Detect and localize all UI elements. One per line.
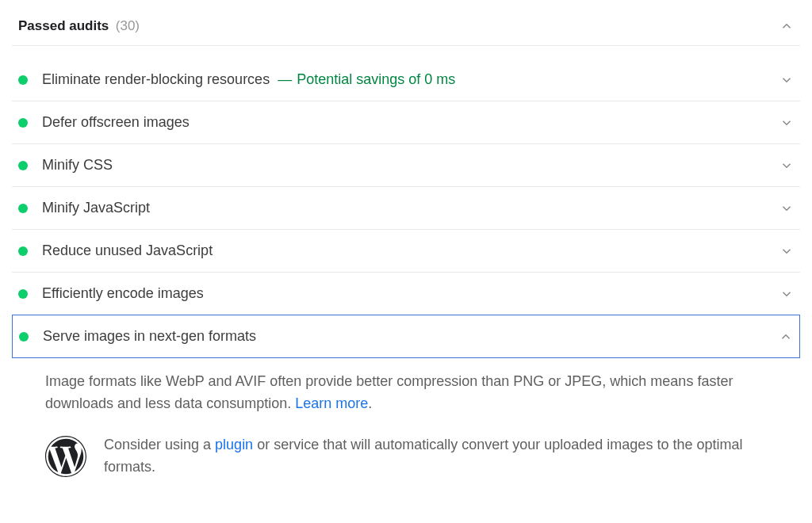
pass-bullet-icon [18, 118, 28, 128]
passed-audits-header[interactable]: Passed audits (30) [12, 12, 800, 46]
pass-bullet-icon [18, 161, 28, 170]
wordpress-recommendation: Consider using a plugin or service that … [12, 434, 800, 479]
audit-savings: Potential savings of 0 ms [297, 71, 455, 88]
pass-bullet-icon [18, 75, 28, 85]
audit-row-eliminate-render-blocking[interactable]: Eliminate render-blocking resources — Po… [12, 59, 800, 101]
pass-bullet-icon [18, 246, 28, 256]
plugin-link[interactable]: plugin [215, 437, 253, 452]
rec-text-before: Consider using a [104, 437, 215, 452]
detail-text-after: . [368, 395, 372, 411]
recommendation-text: Consider using a plugin or service that … [104, 434, 794, 479]
audit-label: Reduce unused JavaScript [42, 242, 779, 259]
audit-row-reduce-unused-js[interactable]: Reduce unused JavaScript [12, 230, 800, 273]
section-count: (30) [116, 18, 140, 33]
audit-row-next-gen-formats[interactable]: Serve images in next-gen formats [12, 315, 800, 358]
learn-more-link[interactable]: Learn more [295, 395, 368, 411]
audit-detail: Image formats like WebP and AVIF often p… [12, 358, 800, 415]
audit-label-wrap: Eliminate render-blocking resources — Po… [42, 71, 779, 88]
audit-row-minify-css[interactable]: Minify CSS [12, 144, 800, 187]
pass-bullet-icon [18, 204, 28, 213]
audit-description: Image formats like WebP and AVIF often p… [45, 371, 794, 415]
audit-label: Efficiently encode images [42, 285, 779, 302]
chevron-down-icon [779, 201, 794, 216]
chevron-up-icon [779, 330, 793, 344]
detail-text-before: Image formats like WebP and AVIF often p… [45, 373, 733, 411]
audit-row-minify-javascript[interactable]: Minify JavaScript [12, 187, 800, 230]
audit-label: Serve images in next-gen formats [43, 328, 779, 345]
chevron-down-icon [779, 73, 794, 87]
pass-bullet-icon [18, 289, 28, 299]
chevron-down-icon [779, 158, 794, 173]
chevron-down-icon [779, 244, 794, 258]
dash-separator: — [278, 71, 292, 88]
chevron-down-icon [779, 116, 794, 130]
audit-list: Eliminate render-blocking resources — Po… [12, 59, 800, 358]
section-title-wrap: Passed audits (30) [18, 18, 140, 34]
audit-row-defer-offscreen-images[interactable]: Defer offscreen images [12, 101, 800, 144]
section-title: Passed audits [18, 18, 109, 33]
audit-label: Defer offscreen images [42, 114, 779, 131]
audit-label: Eliminate render-blocking resources [42, 71, 270, 88]
chevron-down-icon [779, 287, 794, 301]
audit-row-efficiently-encode-images[interactable]: Efficiently encode images [12, 273, 800, 315]
pass-bullet-icon [19, 332, 29, 342]
wordpress-icon [45, 436, 86, 477]
audit-label: Minify CSS [42, 157, 779, 174]
audit-label: Minify JavaScript [42, 200, 779, 216]
chevron-up-icon [779, 19, 794, 33]
